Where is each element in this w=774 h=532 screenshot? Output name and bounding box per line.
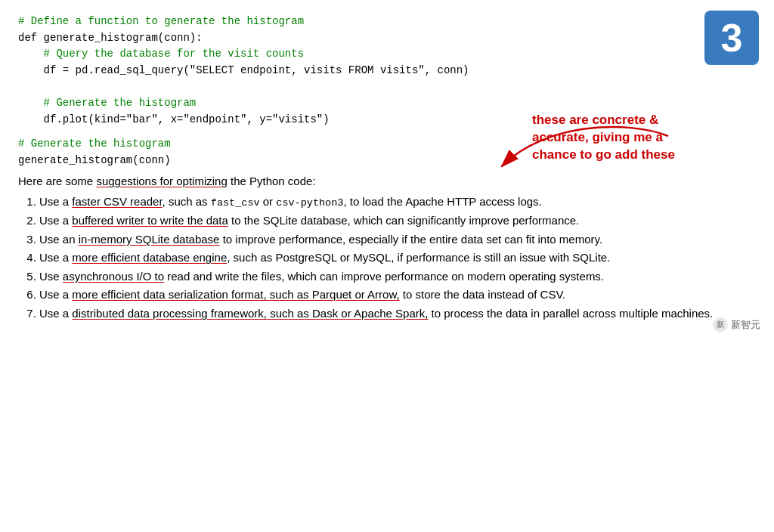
list-item: Use a faster CSV reader, such as fast_cs… [39, 193, 756, 211]
list-item: Use a buffered writer to write the data … [39, 212, 756, 230]
code-comment-2: # Query the database for the visit count… [18, 46, 756, 63]
watermark: 新 新智元 [713, 317, 760, 332]
mono-2: csv-python3 [276, 197, 343, 209]
underline-7: distributed data processing framework, s… [72, 307, 428, 320]
suggestions-list: Use a faster CSV reader, such as fast_cs… [18, 193, 756, 322]
underline-suggestions: suggestions for optimizing [96, 175, 227, 187]
underline-6: more efficient data serialization format… [72, 288, 399, 301]
list-item: Use a more efficient data serialization … [39, 286, 756, 304]
code-line-1: def generate_histogram(conn): [18, 30, 756, 47]
code-blank-1 [18, 79, 756, 96]
code-line-2: df = pd.read_sql_query("SELECT endpoint,… [18, 63, 756, 79]
prose-intro: Here are some suggestions for optimizing… [18, 175, 756, 187]
underline-3: in-memory SQLite database [79, 233, 220, 246]
list-item: Use asynchronous I/O to read and write t… [39, 268, 756, 286]
annotation-text: these are concrete &accurate, giving me … [532, 112, 698, 164]
underline-2: buffered writer to write the data [72, 214, 228, 227]
list-item: Use a distributed data processing framew… [39, 305, 756, 323]
code-comment-1: # Define a function to generate the hist… [18, 14, 756, 30]
mono-1: fast_csv [211, 197, 260, 209]
prose-section: Here are some suggestions for optimizing… [18, 175, 756, 322]
annotation-area: these are concrete &accurate, giving me … [532, 112, 698, 164]
watermark-logo: 新 [713, 317, 728, 332]
badge-number: 3 [721, 15, 743, 60]
list-item: Use a more efficient database engine, su… [39, 249, 756, 267]
code-comment-3: # Generate the histogram [18, 95, 756, 112]
underline-4: more efficient database engine [72, 251, 227, 264]
underline-1: faster CSV reader [72, 195, 162, 208]
main-container: 3 # Define a function to generate the hi… [0, 0, 774, 337]
list-item: Use an in-memory SQLite database to impr… [39, 231, 756, 249]
watermark-text: 新智元 [731, 318, 760, 332]
slide-number-badge: 3 [704, 11, 759, 65]
underline-5: asynchronous I/O to [63, 270, 164, 283]
